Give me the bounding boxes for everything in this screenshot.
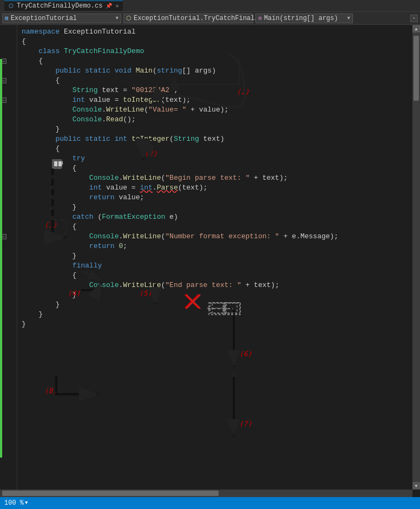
code-line-8: int value = toInteger(text); bbox=[22, 95, 408, 105]
code-line-21: { bbox=[22, 222, 408, 232]
annotation-8: (8) bbox=[44, 387, 57, 395]
editor-window: ⬡ TryCatchFinallyDemo.cs 📌 ✕ ⊞ Exception… bbox=[0, 0, 420, 509]
code-editor[interactable]: namespace ExceptionTutorial { class TryC… bbox=[17, 25, 412, 331]
class-icon: ⬡ bbox=[126, 15, 132, 22]
code-line-31: } bbox=[22, 319, 408, 329]
code-line-10: Console.Read(); bbox=[22, 115, 408, 125]
annotation-6: (6) bbox=[239, 350, 252, 358]
code-line-14: try bbox=[22, 154, 408, 164]
code-line-2: { bbox=[22, 37, 408, 47]
code-line-18: return value; bbox=[22, 193, 408, 203]
dropdown3-arrow: ▼ bbox=[347, 16, 350, 21]
code-line-9: Console.WriteLine("Value= " + value); bbox=[22, 105, 408, 115]
scrollbar-thumb[interactable] bbox=[414, 36, 419, 101]
code-line-29: } bbox=[22, 300, 408, 310]
h-scrollbar-thumb[interactable] bbox=[2, 491, 219, 496]
project-icon: ⊞ bbox=[5, 15, 9, 22]
tab-label: TryCatchFinallyDemo.cs bbox=[17, 2, 102, 10]
cs-file-icon: ⬡ bbox=[9, 3, 14, 9]
tab-close-button[interactable]: ✕ bbox=[115, 3, 119, 9]
code-line-13: { bbox=[22, 144, 408, 154]
title-bar: ⬡ TryCatchFinallyDemo.cs 📌 ✕ bbox=[0, 0, 420, 12]
code-line-27: Console.WriteLine("End parse text: " + t… bbox=[22, 280, 408, 290]
file-tab[interactable]: ⬡ TryCatchFinallyDemo.cs 📌 ✕ bbox=[4, 1, 123, 11]
scroll-down-button[interactable]: ▼ bbox=[412, 482, 420, 490]
method-dropdown[interactable]: ⚙ Main(string[] args) ▼ bbox=[255, 14, 353, 23]
dropdown1-arrow: ▼ bbox=[116, 16, 119, 21]
code-line-4: { bbox=[22, 56, 408, 66]
nav-right-buttons: + bbox=[410, 15, 418, 22]
code-line-6: { bbox=[22, 76, 408, 86]
editor-area: − − − − namespace ExceptionTutorial { bbox=[0, 25, 420, 490]
code-line-28: } bbox=[22, 290, 408, 300]
vertical-scrollbar[interactable]: ▲ ▼ bbox=[412, 25, 420, 490]
project-dropdown[interactable]: ⊞ ExceptionTutorial ▼ bbox=[2, 14, 121, 23]
code-line-22: Console.WriteLine("Number format excepti… bbox=[22, 232, 408, 242]
code-line-26: { bbox=[22, 271, 408, 280]
code-line-20: catch (FormatException e) bbox=[22, 212, 408, 222]
code-line-7: String text = "001234A2"; bbox=[22, 86, 408, 95]
code-line-5: public static void Main(string[] args) bbox=[22, 66, 408, 76]
code-line-3: class TryCatchFinallyDemo bbox=[22, 47, 408, 56]
expand-all-button[interactable]: + bbox=[410, 15, 418, 22]
code-line-15: { bbox=[22, 164, 408, 173]
project-dropdown-label: ExceptionTutorial bbox=[11, 15, 77, 22]
left-margin: − − − − bbox=[0, 25, 17, 490]
code-body[interactable]: namespace ExceptionTutorial { class TryC… bbox=[17, 25, 412, 490]
code-line-19: } bbox=[22, 203, 408, 212]
scroll-up-button[interactable]: ▲ bbox=[412, 25, 420, 32]
code-line-23: return 0; bbox=[22, 242, 408, 251]
code-line-24: } bbox=[22, 251, 408, 261]
code-line-25: finally bbox=[22, 261, 408, 271]
zoom-dropdown-icon: ▼ bbox=[25, 500, 28, 506]
zoom-control[interactable]: 100 % ▼ bbox=[4, 499, 28, 507]
code-line-12: public static int toInteger(String text) bbox=[22, 134, 408, 144]
code-line-30: } bbox=[22, 310, 408, 319]
code-line-11: } bbox=[22, 125, 408, 134]
zoom-label: 100 % bbox=[4, 499, 24, 507]
horizontal-scrollbar[interactable] bbox=[0, 490, 412, 497]
nav-bar: ⊞ ExceptionTutorial ▼ ⬡ ExceptionTutoria… bbox=[0, 12, 420, 25]
method-dropdown-label: Main(string[] args) bbox=[264, 15, 338, 22]
code-line-16: Console.WriteLine("Begin parse text: " +… bbox=[22, 173, 408, 183]
annotation-7: (7) bbox=[239, 420, 252, 428]
tab-pinned-icon: 📌 bbox=[106, 3, 112, 9]
method-icon: ⚙ bbox=[258, 15, 262, 22]
class-dropdown[interactable]: ⬡ ExceptionTutorial.TryCatchFinallyDemo … bbox=[123, 14, 253, 23]
code-line-17: int value = int.Parse(text); bbox=[22, 183, 408, 193]
status-bar: 100 % ▼ bbox=[0, 497, 420, 509]
code-line-1: namespace ExceptionTutorial bbox=[22, 27, 408, 37]
green-bar-1 bbox=[0, 59, 2, 458]
